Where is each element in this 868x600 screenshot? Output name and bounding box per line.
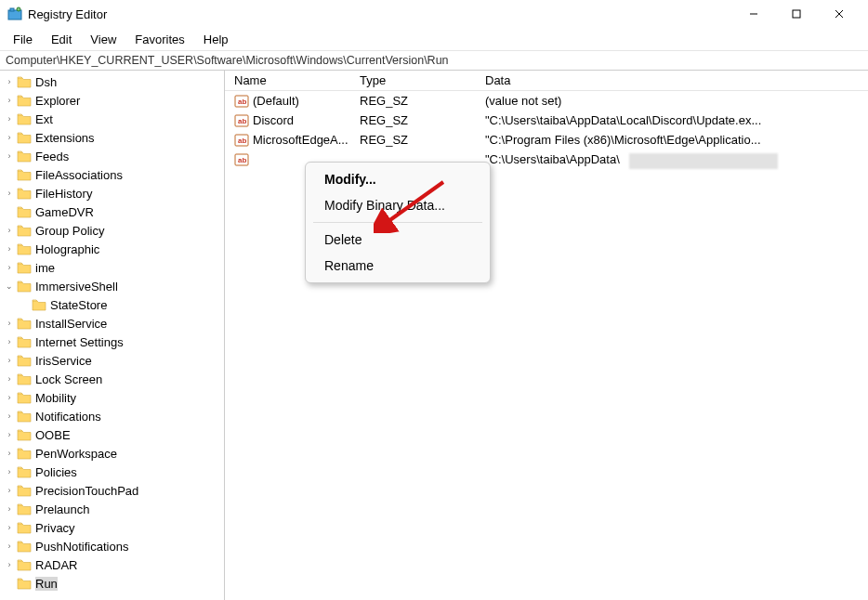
tree-item-fileassociations[interactable]: FileAssociations [0,165,224,184]
chevron-icon[interactable]: › [4,150,15,162]
address-bar[interactable]: Computer\HKEY_CURRENT_USER\Software\Micr… [0,50,868,71]
col-name[interactable]: Name [225,72,350,89]
tree-item-immersiveshell[interactable]: ⌄ImmersiveShell [0,277,224,295]
chevron-icon[interactable]: › [4,188,15,199]
chevron-icon[interactable]: › [4,318,15,329]
chevron-icon[interactable]: › [4,522,15,533]
chevron-icon[interactable]: › [4,113,15,124]
tree-item-policies[interactable]: ›Policies [0,463,224,481]
ctx-modify[interactable]: Modify... [306,166,490,192]
value-row[interactable]: abDiscordREG_SZ"C:\Users\taiba\AppData\L… [225,111,868,130]
tree-item-gamedvr[interactable]: GameDVR [0,202,224,221]
folder-icon [17,540,32,553]
tree-item-lock-screen[interactable]: ›Lock Screen [0,370,224,388]
folder-icon [17,150,32,163]
tree-item-dsh[interactable]: ›Dsh [0,72,224,91]
chevron-icon[interactable]: › [4,225,15,236]
tree-item-notifications[interactable]: ›Notifications [0,407,224,425]
chevron-icon[interactable] [4,578,15,589]
tree-label: Holographic [35,242,99,256]
tree-item-statestore[interactable]: StateStore [0,295,224,314]
menu-bar: File Edit View Favorites Help [0,28,868,50]
svg-rect-4 [793,10,800,18]
value-row[interactable]: ab(Default)REG_SZ(value not set) [225,91,868,111]
tree-item-extensions[interactable]: ›Extensions [0,128,224,147]
chevron-icon[interactable]: › [4,76,15,87]
chevron-icon[interactable]: › [4,355,15,366]
tree-item-internet-settings[interactable]: ›Internet Settings [0,333,224,351]
ctx-modify-binary[interactable]: Modify Binary Data... [306,192,490,218]
chevron-icon[interactable]: › [4,373,15,385]
chevron-icon[interactable]: › [4,95,15,106]
chevron-icon[interactable] [4,206,15,217]
chevron-icon[interactable]: › [4,336,15,347]
folder-icon [17,187,32,200]
chevron-icon[interactable]: › [4,243,15,254]
tree-item-ime[interactable]: ›ime [0,258,224,277]
tree-item-holographic[interactable]: ›Holographic [0,240,224,258]
menu-favorites[interactable]: Favorites [125,31,193,48]
chevron-icon[interactable]: › [4,411,15,422]
chevron-icon[interactable]: › [4,132,15,143]
tree-item-explorer[interactable]: ›Explorer [0,91,224,110]
menu-help[interactable]: Help [194,31,238,48]
tree-item-irisservice[interactable]: ›IrisService [0,351,224,370]
chevron-icon[interactable]: › [4,559,15,570]
tree-label: GameDVR [35,205,94,219]
chevron-icon[interactable]: › [4,392,15,403]
value-data: (value not set) [476,94,868,108]
tree-item-oobe[interactable]: ›OOBE [0,425,224,444]
value-type: REG_SZ [350,113,476,127]
tree-item-privacy[interactable]: ›Privacy [0,518,224,537]
folder-icon [17,484,32,497]
chevron-icon[interactable]: › [4,429,15,440]
tree-item-prelaunch[interactable]: ›Prelaunch [0,500,224,518]
folder-icon [17,224,32,237]
tree-label: Internet Settings [35,335,124,349]
tree-item-precisiontouchpad[interactable]: ›PrecisionTouchPad [0,481,224,500]
folder-icon [17,410,32,423]
app-icon [7,7,22,21]
chevron-icon[interactable]: ⌄ [4,280,15,292]
close-button[interactable] [818,0,861,28]
tree-item-feeds[interactable]: ›Feeds [0,147,224,165]
tree-label: Lock Screen [35,372,102,386]
chevron-icon[interactable]: › [4,466,15,477]
tree-label: Explorer [35,94,80,108]
svg-text:ab: ab [238,117,246,125]
chevron-icon[interactable] [19,299,30,310]
tree-item-penworkspace[interactable]: ›PenWorkspace [0,444,224,463]
tree-item-pushnotifications[interactable]: ›PushNotifications [0,537,224,555]
list-pane: Name Type Data ab(Default)REG_SZ(value n… [225,71,868,600]
menu-view[interactable]: View [81,31,125,48]
address-path: Computer\HKEY_CURRENT_USER\Software\Micr… [6,54,449,67]
tree-item-group-policy[interactable]: ›Group Policy [0,221,224,240]
chevron-icon[interactable]: › [4,485,15,496]
chevron-icon[interactable] [4,169,15,180]
tree-item-radar[interactable]: ›RADAR [0,555,224,574]
minimize-button[interactable] [732,0,775,28]
list-header: Name Type Data [225,71,868,91]
col-data[interactable]: Data [476,72,868,89]
tree-label: ImmersiveShell [35,280,118,293]
chevron-icon[interactable]: › [4,541,15,552]
maximize-button[interactable] [775,0,818,28]
tree-item-installservice[interactable]: ›InstallService [0,314,224,333]
ctx-delete[interactable]: Delete [306,227,490,253]
col-type[interactable]: Type [350,72,476,89]
folder-icon [17,94,32,107]
menu-file[interactable]: File [4,31,42,48]
tree-item-filehistory[interactable]: ›FileHistory [0,184,224,202]
tree-item-run[interactable]: Run [0,574,224,593]
chevron-icon[interactable]: › [4,448,15,459]
tree-item-mobility[interactable]: ›Mobility [0,388,224,407]
string-value-icon: ab [234,152,249,167]
value-row[interactable]: abMicrosoftEdgeA...REG_SZ"C:\Program Fil… [225,130,868,150]
ctx-rename[interactable]: Rename [306,253,490,279]
folder-icon [17,205,32,218]
tree-pane[interactable]: ›Dsh›Explorer›Ext›Extensions›FeedsFileAs… [0,71,225,600]
tree-item-ext[interactable]: ›Ext [0,110,224,128]
menu-edit[interactable]: Edit [42,31,81,48]
chevron-icon[interactable]: › [4,262,15,273]
chevron-icon[interactable]: › [4,503,15,515]
